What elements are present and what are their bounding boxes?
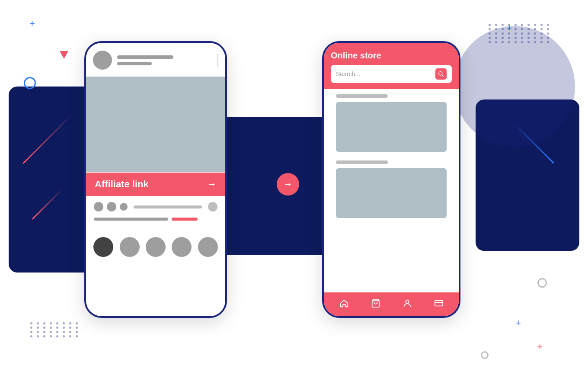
search-placeholder-text: Search... (336, 71, 432, 77)
username-line (117, 55, 173, 59)
bg-circle-right (454, 26, 575, 147)
product-1-label (336, 94, 388, 98)
circle-outline-right (537, 278, 547, 288)
dot-pattern-bottom-left (30, 322, 80, 337)
text-line-red (172, 218, 198, 221)
home-icon[interactable] (339, 298, 349, 310)
store-title: Online store (331, 51, 452, 61)
subtitle-line (117, 62, 152, 65)
plus-icon-tr: + (507, 22, 512, 34)
bg-left-rect (9, 87, 95, 273)
circle-outline-bottom (481, 351, 489, 359)
header-lines (117, 55, 212, 65)
post-image (86, 77, 225, 172)
card-icon[interactable] (434, 298, 444, 310)
header-divider (217, 54, 218, 67)
dot-2 (107, 202, 116, 212)
dot-1 (94, 202, 103, 212)
search-bar[interactable]: Search... (331, 65, 452, 83)
product-2 (330, 155, 453, 221)
plus-icon-br: + (515, 317, 521, 329)
product-1 (330, 89, 453, 155)
dot-3 (120, 203, 128, 211)
interaction-dots (86, 196, 225, 218)
progress-bar (134, 205, 202, 208)
nav-dot-4 (172, 237, 192, 257)
product-1-image (336, 102, 447, 152)
nav-dot-5 (198, 237, 218, 257)
nav-dot-3 (146, 237, 166, 257)
dot-right (208, 202, 217, 212)
affiliate-banner[interactable]: Affiliate link → (86, 173, 225, 196)
arrow-connector: → (277, 173, 299, 196)
triangle-icon (60, 51, 68, 59)
plus-icon-tl: + (29, 18, 35, 29)
dot-pattern-top-right (489, 24, 551, 43)
store-header: Online store Search... (324, 43, 459, 89)
product-2-label (336, 160, 388, 164)
store-content (324, 89, 459, 221)
product-2-image (336, 168, 447, 218)
plus-icon-br2: + (537, 341, 543, 353)
store-footer-nav (324, 292, 459, 316)
search-icon[interactable] (435, 68, 447, 80)
left-phone: Affiliate link → (84, 41, 227, 318)
affiliate-arrow-icon: → (207, 179, 217, 190)
circle-outline-left (24, 77, 36, 89)
user-icon[interactable] (403, 298, 412, 310)
arrow-connector-icon: → (283, 179, 293, 190)
nav-dot-1 (93, 237, 113, 257)
right-phone: Online store Search... (322, 41, 460, 318)
svg-point-3 (406, 300, 409, 303)
affiliate-link-text: Affiliate link (95, 179, 149, 190)
text-line-1 (94, 218, 168, 221)
svg-line-1 (442, 75, 444, 77)
cart-icon[interactable] (371, 298, 380, 310)
svg-rect-4 (435, 301, 442, 306)
post-text-lines (86, 218, 225, 221)
nav-dot-2 (120, 237, 140, 257)
avatar (93, 51, 112, 70)
phone-header (86, 43, 225, 74)
bottom-nav (86, 229, 225, 265)
